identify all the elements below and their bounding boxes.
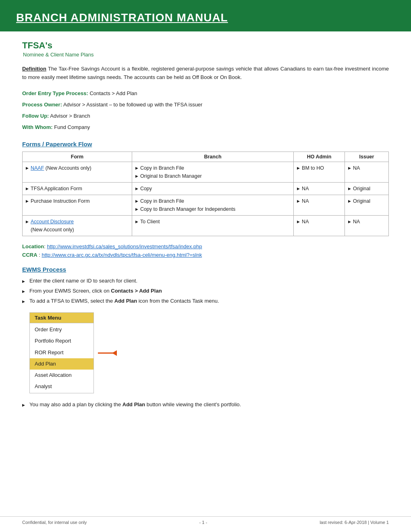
task-menu-item-ror-report[interactable]: ROR Report [30,347,93,358]
definition-text: The Tax-Free Savings Account is a flexib… [22,66,389,80]
list-item: You may also add a plan by clicking the … [22,401,389,409]
list-item: NA [297,185,341,193]
task-menu-with-arrow: Task Menu Order Entry Portfolio Report R… [29,312,389,393]
naaf-link[interactable]: NAAF [31,165,44,171]
footer-center: - 1 - [199,520,208,525]
form-cell: Account Disclosure(New Account only) [23,215,132,236]
task-menu-header: Task Menu [30,313,93,323]
issuer-cell: NA [345,162,388,182]
list-item: Original [348,197,385,205]
col-header-issuer: Issuer [345,152,388,162]
branch-cell: Copy in Branch File Copy to Branch Manag… [132,195,293,215]
list-item: NA [348,218,385,226]
col-header-branch: Branch [132,152,293,162]
task-menu-item-portfolio-report[interactable]: Portfolio Report [30,335,93,347]
page-footer: Confidential, for internal use only - 1 … [0,516,411,525]
list-item: NA [297,218,341,226]
issuer-cell: Original [345,195,388,215]
ho-admin-cell: NA [294,195,345,215]
order-entry-block: Order Entry Type Process: Contacts > Add… [22,89,389,98]
branch-cell: To Client [132,215,293,236]
follow-up-value: Advisor > Branch [50,113,90,119]
page-header: BRANCH ADMINISTRATION MANUAL [0,0,411,31]
ccra-block: CCRA : http://www.cra-arc.gc.ca/tx/ndvdl… [22,252,389,258]
ccra-label: CCRA [22,252,37,258]
col-header-form: Form [23,152,132,162]
task-menu-item-order-entry[interactable]: Order Entry [30,324,93,335]
final-bullet-list: You may also add a plan by clicking the … [22,401,389,409]
table-row: Purchase Instruction Form Copy in Branch… [23,195,389,215]
list-item: Copy [135,185,290,193]
list-item: Copy in Branch File [135,197,290,205]
forms-table: Form Branch HO Admin Issuer NAAF (New Ac… [22,152,389,236]
process-owner-value: Advisor > Assistant – to be followed up … [63,102,203,108]
location-link[interactable]: http://www.investdfsi.ca/sales_solutions… [47,243,202,249]
page-title: BRANCH ADMINISTRATION MANUAL [16,11,395,24]
follow-up-block: Follow Up: Advisor > Branch [22,112,389,121]
footer-left: Confidential, for internal use only [22,520,87,525]
list-item: From your EWMS Screen, click on Contacts… [22,287,389,295]
task-menu-items: Order Entry Portfolio Report ROR Report … [30,323,93,393]
order-entry-label: Order Entry Type Process: [22,90,88,96]
follow-up-label: Follow Up: [22,113,49,119]
order-entry-value: Contacts > Add Plan [89,90,137,96]
forms-section-title: Forms / Paperwork Flow [22,141,389,148]
col-header-ho-admin: HO Admin [294,152,345,162]
definition-label: Definition [22,66,46,72]
definition-block: Definition The Tax-Free Savings Account … [22,65,389,82]
ho-admin-cell: BM to HO [294,162,345,182]
list-item: BM to HO [297,164,341,172]
main-content: TFSA's Nominee & Client Name Plans Defin… [0,31,411,432]
ccra-link[interactable]: http://www.cra-arc.gc.ca/tx/ndvdls/tpcs/… [42,252,202,258]
task-menu-item-asset-allocation[interactable]: Asset Allocation [30,370,93,381]
task-menu-box: Task Menu Order Entry Portfolio Report R… [29,312,94,393]
list-item: Purchase Instruction Form [26,197,129,205]
list-item: NA [348,164,385,172]
table-row: NAAF (New Accounts only) Copy in Branch … [23,162,389,182]
issuer-cell: Original [345,182,388,195]
with-whom-label: With Whom: [22,124,53,130]
section-title: TFSA's [22,40,389,51]
table-row: Account Disclosure(New Account only) To … [23,215,389,236]
form-cell: TFSA Application Form [23,182,132,195]
list-item: To Client [135,218,290,226]
table-row: TFSA Application Form Copy NA Original [23,182,389,195]
branch-cell: Copy [132,182,293,195]
branch-cell: Copy in Branch File Original to Branch M… [132,162,293,182]
list-item: Enter the client name or ID to search fo… [22,277,389,285]
ho-admin-cell: NA [294,182,345,195]
footer-right: last revised: 6-Apr-2018 | Volume 1 [320,520,389,525]
issuer-cell: NA [345,215,388,236]
list-item: TFSA Application Form [26,185,129,193]
with-whom-block: With Whom: Fund Company [22,123,389,132]
list-item: Copy in Branch File [135,164,290,172]
list-item: Original [348,185,385,193]
location-block: Location: http://www.investdfsi.ca/sales… [22,243,389,249]
section-subtitle: Nominee & Client Name Plans [23,52,389,58]
list-item: NA [297,197,341,205]
task-menu-container: Task Menu Order Entry Portfolio Report R… [29,312,389,393]
list-item: Original to Branch Manager [135,172,290,180]
form-cell: NAAF (New Accounts only) [23,162,132,182]
account-disclosure-link[interactable]: Account Disclosure [31,219,74,224]
form-cell: Purchase Instruction Form [23,195,132,215]
list-item: To add a TFSA to EWMS, select the Add Pl… [22,297,389,305]
process-owner-block: Process Owner: Advisor > Assistant – to … [22,100,389,109]
location-label: Location [22,243,44,249]
with-whom-value: Fund Company [54,124,90,130]
process-owner-label: Process Owner: [22,102,62,108]
ho-admin-cell: NA [294,215,345,236]
list-item: Copy to Branch Manager for Independents [135,205,290,213]
arrow-indicator [98,349,120,357]
ewms-title: EWMS Process [22,266,389,273]
task-menu-item-add-plan[interactable]: Add Plan [30,358,93,370]
task-menu-item-analyst[interactable]: Analyst [30,381,93,392]
ewms-bullet-list: Enter the client name or ID to search fo… [22,277,389,305]
